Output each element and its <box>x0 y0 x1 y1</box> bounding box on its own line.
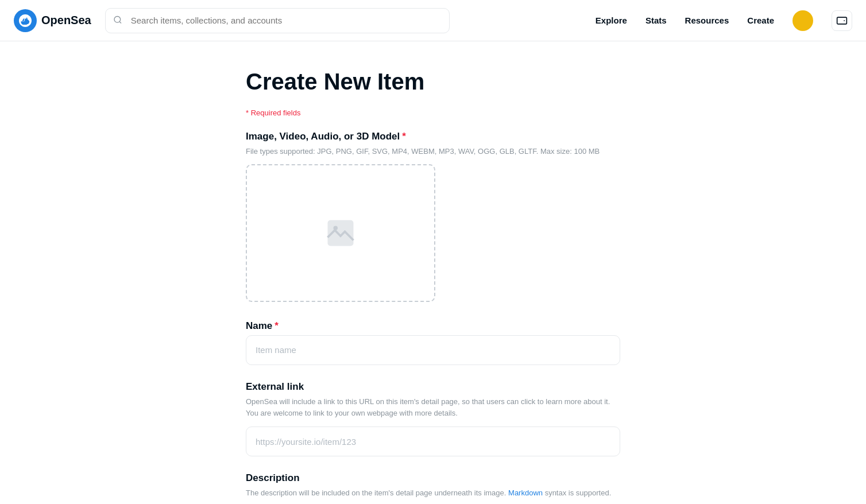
nav-explore[interactable]: Explore <box>596 15 627 25</box>
wallet-button[interactable] <box>832 10 852 31</box>
external-link-label: External link <box>246 381 620 393</box>
nav-create[interactable]: Create <box>747 15 774 25</box>
logo-text: OpenSea <box>41 14 91 27</box>
description-label: Description <box>246 472 620 484</box>
page-title: Create New Item <box>246 69 620 95</box>
main-content: Create New Item * Required fields Image,… <box>232 41 634 504</box>
search-icon <box>113 15 122 26</box>
nav-links: Explore Stats Resources Create <box>582 10 852 31</box>
external-link-input[interactable] <box>246 427 620 456</box>
navbar: OpenSea Explore Stats Resources Create <box>0 0 866 41</box>
name-label: Name* <box>246 320 620 332</box>
media-upload-group: Image, Video, Audio, or 3D Model* File t… <box>246 131 620 302</box>
description-hint: The description will be included on the … <box>246 487 620 499</box>
media-label: Image, Video, Audio, or 3D Model* <box>246 131 620 142</box>
search-bar <box>105 8 450 33</box>
logo-icon <box>14 9 37 32</box>
avatar[interactable] <box>792 10 813 31</box>
search-input[interactable] <box>105 8 450 33</box>
media-hint: File types supported: JPG, PNG, GIF, SVG… <box>246 146 620 157</box>
nav-resources[interactable]: Resources <box>685 15 729 25</box>
image-placeholder-icon <box>323 216 358 250</box>
markdown-link[interactable]: Markdown <box>508 489 543 497</box>
logo-link[interactable]: OpenSea <box>14 9 91 32</box>
name-group: Name* <box>246 320 620 365</box>
svg-point-0 <box>114 16 121 22</box>
svg-rect-2 <box>837 17 847 24</box>
svg-line-1 <box>119 21 121 23</box>
external-link-group: External link OpenSea will include a lin… <box>246 381 620 457</box>
svg-point-4 <box>334 226 338 230</box>
nav-stats[interactable]: Stats <box>645 15 667 25</box>
upload-area[interactable] <box>246 164 435 302</box>
required-note: * Required fields <box>246 108 620 117</box>
name-input[interactable] <box>246 335 620 365</box>
external-link-hint: OpenSea will include a link to this URL … <box>246 396 620 420</box>
description-group: Description The description will be incl… <box>246 472 620 499</box>
